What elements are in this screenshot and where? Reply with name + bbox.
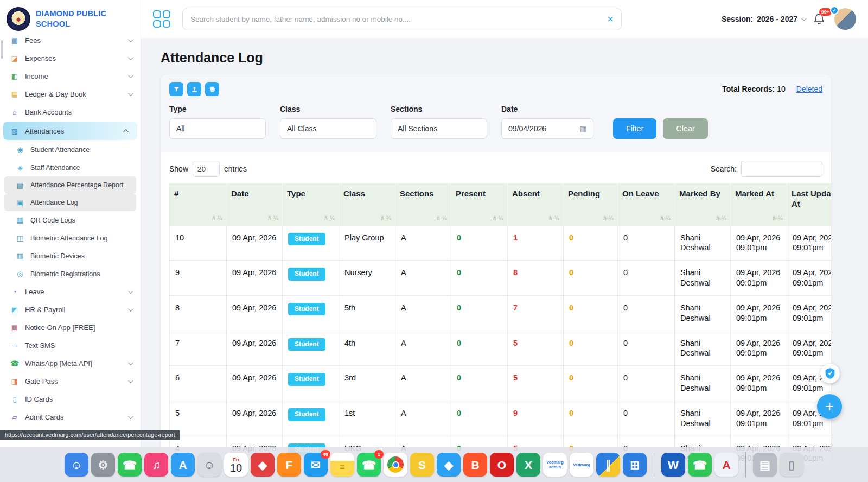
cell-on-leave: 0: [618, 366, 675, 401]
dock-spark-icon[interactable]: S: [410, 453, 434, 477]
column-header-pending[interactable]: Pendingâ–¼: [564, 183, 618, 226]
dock-whatsapp-icon[interactable]: ☎1: [357, 453, 381, 477]
biometric-attendance-log-icon: ◫: [15, 234, 25, 242]
global-search-input[interactable]: [190, 15, 603, 23]
dock-vedmarg-admin-icon[interactable]: Vedmarg admin: [543, 453, 567, 477]
add-new-button[interactable]: +: [817, 394, 842, 419]
dock-app-store-icon[interactable]: A: [171, 453, 195, 477]
column-header-number[interactable]: #â–¼: [170, 183, 227, 226]
sidebar-item-income[interactable]: ◧Income: [0, 67, 141, 85]
sidebar-item-hr-payroll[interactable]: ◩HR & Payroll: [0, 301, 141, 319]
dock-phone-icon[interactable]: ☎: [688, 453, 712, 477]
clear-button[interactable]: Clear: [663, 118, 708, 139]
dock-contacts-icon[interactable]: ☺: [197, 453, 221, 477]
sidebar-item-fees[interactable]: ▤Fees: [0, 31, 141, 49]
apps-grid-icon[interactable]: [153, 10, 170, 28]
sidebar-item-staff-attendance[interactable]: ◈Staff Attendance: [0, 158, 141, 176]
user-menu[interactable]: ✓: [834, 8, 856, 30]
sidebar-item-student-attendance[interactable]: ◉Student Attendance: [0, 141, 141, 158]
sidebar-item-bank-accounts[interactable]: ⌂Bank Accounts: [0, 103, 141, 121]
clear-search-icon[interactable]: ×: [607, 14, 614, 24]
dock-windows-icon[interactable]: ⊞: [623, 453, 647, 477]
sidebar-item-expenses[interactable]: ◪Expenses: [0, 49, 141, 67]
column-header-marked-at[interactable]: Marked Atâ–¼: [731, 183, 787, 226]
type-select[interactable]: All: [169, 118, 266, 139]
sort-icon: â–¼: [324, 215, 334, 223]
filter-toggle-button[interactable]: [169, 82, 183, 96]
dock-firefox-icon[interactable]: F: [277, 453, 301, 477]
dock-brave-icon[interactable]: B: [463, 453, 487, 477]
sidebar-item-attendance-percentage-report[interactable]: ▤Attendance Percentage Report: [4, 176, 136, 194]
export-button[interactable]: [187, 82, 201, 96]
sort-icon: â–¼: [549, 215, 559, 223]
chevron-down-icon: [128, 37, 133, 42]
column-header-marked-by[interactable]: Marked Byâ–¼: [675, 183, 731, 226]
dock-safari-icon[interactable]: ◆: [437, 453, 461, 477]
column-header-last-updated-at[interactable]: Last Updated Atâ–¼: [787, 183, 832, 226]
sidebar-item-gate-pass[interactable]: ◨Gate Pass: [0, 372, 141, 390]
sidebar-item-qr-code-logs[interactable]: ▦QR Code Logs: [0, 211, 141, 229]
shield-icon: [825, 367, 835, 379]
print-button[interactable]: [205, 82, 219, 96]
sidebar-item-text-sms[interactable]: ▭Text SMS: [0, 337, 141, 354]
dock-notes-icon[interactable]: ≡: [330, 453, 354, 477]
dock-parallels-icon[interactable]: ∥: [596, 453, 620, 477]
sidebar-item-label: Gate Pass: [25, 377, 123, 385]
dock-reminders-icon[interactable]: ◆: [251, 453, 275, 477]
dock-trash-icon[interactable]: ▯: [780, 453, 803, 477]
column-header-present[interactable]: Presentâ–¼: [451, 183, 508, 226]
column-header-type[interactable]: Typeâ–¼: [283, 183, 339, 226]
table-search-input[interactable]: [741, 161, 822, 177]
sidebar-item-attendances[interactable]: ▧Attendances: [3, 122, 137, 140]
sidebar-item-id-cards[interactable]: ▯ID Cards: [0, 390, 141, 408]
cell-present: 0: [451, 401, 508, 436]
sidebar-item-biometric-registrations[interactable]: ◎Biometric Registrations: [0, 265, 141, 283]
sidebar-item-admit-cards[interactable]: ▱Admit Cards: [0, 408, 141, 426]
dock-printer-icon[interactable]: ▤: [753, 453, 777, 477]
dock-vedmarg-icon[interactable]: Vedmarg: [570, 453, 593, 477]
filter-fields: Type All Class All Class Sections All Se…: [169, 105, 822, 139]
column-header-on-leave[interactable]: On Leaveâ–¼: [618, 183, 675, 226]
dock-facetime-icon[interactable]: ☎: [118, 453, 142, 477]
dock-word-icon[interactable]: W: [661, 453, 685, 477]
dock-acrobat-icon[interactable]: A: [714, 453, 738, 477]
dock-finder-icon[interactable]: ☺: [65, 453, 88, 477]
column-header-date[interactable]: Dateâ–¼: [227, 183, 283, 226]
toolbar-row: Total Records: 10 Deleted: [169, 82, 822, 96]
class-select[interactable]: All Class: [280, 118, 376, 139]
notifications-button[interactable]: 99+: [813, 12, 827, 26]
sidebar-item-leave[interactable]: ◔Leave: [0, 283, 141, 301]
column-header-class[interactable]: Classâ–¼: [339, 183, 395, 226]
sidebar-item-biometric-attendance-log[interactable]: ◫Biometric Attendance Log: [0, 229, 141, 247]
column-header-sections[interactable]: Sectionsâ–¼: [395, 183, 451, 226]
sections-select[interactable]: All Sections: [391, 118, 487, 139]
app-window: ◆ DIAMOND PUBLIC SCHOOL ▤Fees◪Expenses◧I…: [0, 0, 868, 482]
deleted-link[interactable]: Deleted: [796, 85, 822, 93]
filter-buttons: Filter Clear: [613, 118, 708, 139]
session-selector[interactable]: Session: 2026 - 2027: [722, 15, 805, 23]
sidebar-scrollbar[interactable]: [1, 40, 3, 59]
dock-music-icon[interactable]: ♫: [144, 453, 168, 477]
sidebar-item-notice-on-app[interactable]: ▤Notice On App [FREE]: [0, 319, 141, 337]
dock-chrome-icon[interactable]: [384, 453, 407, 477]
sidebar-item-label: Biometric Devices: [30, 252, 132, 260]
date-input[interactable]: 09/04/2026 ▦: [501, 118, 593, 139]
student-type-badge: Student: [288, 408, 326, 421]
filter-button[interactable]: Filter: [613, 118, 656, 139]
entries-count-input[interactable]: [193, 161, 220, 177]
cell-class: Play Group: [339, 226, 395, 261]
dock-excel-icon[interactable]: X: [516, 453, 540, 477]
calendar-icon[interactable]: ▦: [580, 125, 586, 133]
sidebar-item-attendance-log[interactable]: ▣Attendance Log: [4, 194, 136, 211]
dock-mail-icon[interactable]: ✉40: [304, 453, 328, 477]
sidebar-item-whatsapp-meta-api[interactable]: ☎WhatsApp [Meta API]: [0, 354, 141, 372]
shield-extension-button[interactable]: [820, 364, 840, 383]
sidebar-item-ledger-day-book[interactable]: ▦Ledger & Day Book: [0, 85, 141, 103]
school-name-line2: SCHOOL: [36, 19, 106, 29]
column-header-absent[interactable]: Absentâ–¼: [508, 183, 564, 226]
sidebar-item-biometric-devices[interactable]: ▥Biometric Devices: [0, 247, 141, 265]
dock-system-settings-icon[interactable]: ⚙: [91, 453, 115, 477]
cell-on-leave: 0: [618, 295, 675, 331]
dock-calendar-icon[interactable]: Fri10: [224, 453, 248, 477]
dock-opera-icon[interactable]: O: [490, 453, 514, 477]
